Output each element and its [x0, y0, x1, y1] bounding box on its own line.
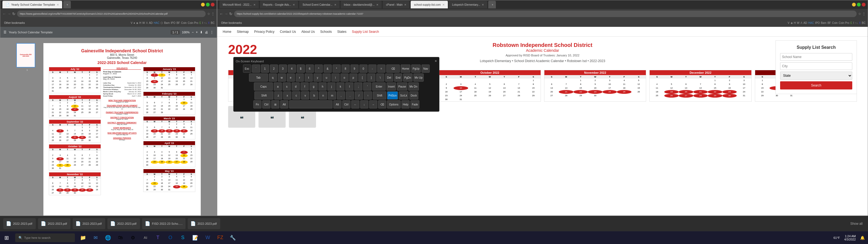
osk-ctrl-right[interactable]: Ctrl — [342, 100, 350, 109]
osk-help[interactable]: Help — [401, 100, 410, 109]
tab-school-event[interactable]: School Event Calendar... ✕ — [299, 1, 339, 8]
supply-tab-close[interactable]: ✕ — [442, 3, 444, 6]
nav-supply-search[interactable]: Supply List Search — [352, 30, 379, 34]
close-button[interactable] — [211, 3, 215, 6]
taskbar-icon-store[interactable]: 🛍 — [115, 232, 126, 244]
pdf-page-thumbnail[interactable]: Gainesville ISD 2022-2023 — [16, 43, 35, 67]
osk-pgdn[interactable]: PgDn — [403, 73, 412, 82]
tab-reports[interactable]: Reports - Google Ads... ✕ — [260, 1, 299, 8]
nav-states[interactable]: States — [337, 30, 346, 34]
back-icon[interactable]: ← — [2, 12, 6, 16]
pdf-print-icon[interactable]: 🖨 — [205, 30, 208, 34]
osk-quote[interactable]: ' — [363, 83, 371, 91]
show-all-button[interactable]: Show all — [848, 221, 865, 227]
pdf-new-tab[interactable]: + — [63, 1, 71, 8]
start-button[interactable]: ⊞ — [0, 231, 13, 244]
osk-right-arr[interactable]: → — [369, 100, 377, 109]
nav-sitemap[interactable]: Sitemap — [237, 30, 249, 34]
file-item-2[interactable]: 📄 2022-2023.pdf — [38, 218, 70, 229]
taskbar-icon-outlook[interactable]: O — [164, 232, 176, 244]
reload-icon[interactable]: ↻ — [12, 12, 16, 16]
maximize-button[interactable] — [206, 3, 210, 6]
osk-comma[interactable]: , — [337, 91, 345, 99]
osk-v[interactable]: v — [301, 91, 309, 99]
supply-state-select[interactable]: State Texas — [780, 71, 852, 80]
osk-del-2[interactable]: ⌫ — [378, 100, 386, 109]
osk-x[interactable]: x — [283, 91, 291, 99]
osk-fade[interactable]: Fade — [410, 100, 420, 109]
osk-backslash[interactable]: \ — [376, 73, 384, 82]
osk-m[interactable]: m — [328, 91, 336, 99]
pdf-tab-active[interactable]: 📄 Yearly School Calendar Template ✕ — [2, 1, 62, 8]
taskbar-icon-word[interactable]: W — [202, 232, 214, 244]
osk-caps[interactable]: Caps — [254, 83, 273, 91]
osk-tab[interactable]: Tab — [249, 73, 268, 82]
osk-e[interactable]: e — [287, 73, 295, 82]
osk-5[interactable]: $ — [297, 64, 305, 73]
forward-icon[interactable]: → — [7, 12, 11, 16]
tab-cpanel[interactable]: cPanel - Main ✕ — [383, 1, 410, 8]
osk-3[interactable]: 3 — [279, 64, 287, 73]
website-address-bar[interactable]: https://school-supply-list.com/district-… — [234, 10, 857, 17]
more-icon[interactable]: ⋮ — [211, 12, 215, 16]
osk-y[interactable]: y — [314, 73, 322, 82]
osk-j[interactable]: j — [328, 83, 336, 91]
osk-shift-left[interactable]: Shift — [254, 91, 273, 99]
osk-insert[interactable]: Insert — [386, 83, 396, 91]
osk-4[interactable]: 4 — [288, 64, 296, 73]
website-close-button[interactable] — [862, 3, 866, 6]
school-event-tab-close[interactable]: ✕ — [334, 3, 336, 6]
osk-prtscn[interactable]: PrtScn — [387, 91, 398, 99]
taskbar-icon-mail[interactable]: ✉ — [90, 232, 101, 244]
file-item-5[interactable]: 📄 FISD 2022-23 Scho....pdf — [142, 218, 186, 229]
taskbar-icon-filezilla[interactable]: FZ — [214, 232, 226, 244]
supply-school-input[interactable] — [780, 53, 852, 61]
osk-semicolon[interactable]: ; — [354, 83, 362, 91]
parent-conf-link[interactable]: PARENT-TEACHER CONFERENCES — [103, 112, 141, 113]
osk-a[interactable]: a — [274, 83, 282, 91]
osk-o[interactable]: o — [340, 73, 348, 82]
osk-9[interactable]: * — [333, 64, 341, 73]
osk-9-2[interactable]: 9 — [350, 64, 359, 73]
bookmark-other[interactable]: Other bookmarks — [2, 21, 27, 25]
file-item-4[interactable]: 📄 2022-2023.pdf — [107, 218, 140, 229]
nav-home[interactable]: Home — [223, 30, 231, 34]
osk-close-icon[interactable]: ✕ — [435, 59, 437, 63]
pdf-download-icon[interactable]: ⬇ — [200, 30, 203, 34]
osk-enter[interactable]: Enter — [372, 83, 386, 91]
taskbar-icon-skype[interactable]: S — [177, 232, 189, 244]
nav-schools[interactable]: Schools — [320, 30, 332, 34]
website-back-icon[interactable]: ← — [219, 12, 223, 16]
supply-city-input[interactable] — [780, 62, 852, 70]
taskbar-icon-teams[interactable]: T — [152, 232, 164, 244]
osk-u[interactable]: u — [322, 73, 331, 82]
osk-slash[interactable]: / — [355, 91, 363, 99]
osk-fn[interactable]: Fn — [253, 100, 261, 109]
osk-i[interactable]: i — [332, 73, 340, 82]
osk-6[interactable]: 6 — [306, 64, 314, 73]
tab-inbox[interactable]: Inbox - davidamcleod@... ✕ — [341, 1, 382, 8]
taskbar-icon-settings[interactable]: ⚙ — [127, 232, 139, 244]
osk-2[interactable]: 2 — [270, 64, 278, 73]
website-new-tab[interactable]: + — [488, 1, 496, 8]
osk-7[interactable]: ^ — [315, 64, 323, 73]
taskbar-icon-explorer[interactable]: 📁 — [77, 232, 89, 244]
osk-d[interactable]: d — [291, 83, 300, 91]
inbox-tab-close[interactable]: ✕ — [376, 3, 378, 6]
osk-rbracket[interactable]: ] — [367, 73, 375, 82]
teacher-dev-link[interactable]: TEACHER-STAFF DEVELOPMENT — [103, 105, 141, 106]
staff-workdays-link[interactable]: STAFF WORKDAYS — [103, 127, 141, 129]
word-tab-close[interactable]: ✕ — [253, 3, 255, 6]
osk-0[interactable]: 8 — [341, 64, 350, 73]
taskbar-search-bar[interactable]: 🔍 Type here to search — [15, 234, 75, 242]
reports-tab-close[interactable]: ✕ — [293, 3, 295, 6]
zoom-minus-icon[interactable]: − — [192, 30, 194, 34]
minimize-button[interactable] — [201, 3, 205, 6]
osk-minus[interactable]: - — [368, 64, 376, 73]
website-minimize-button[interactable] — [852, 3, 856, 6]
nav-privacy[interactable]: Privacy Policy — [254, 30, 275, 34]
osk-0-2[interactable]: 0 — [360, 64, 368, 73]
osk-scrlk[interactable]: ScrLk — [399, 91, 408, 99]
osk-home[interactable]: Home — [401, 64, 411, 73]
district-awards-link[interactable]: DISTRICT AWARDS CEREMONY — [103, 122, 141, 124]
